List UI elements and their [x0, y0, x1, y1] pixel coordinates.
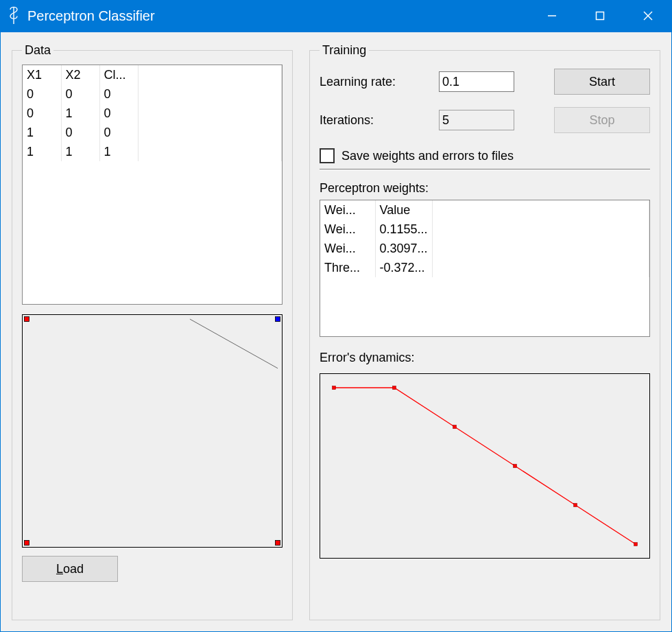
iterations-input[interactable]: [439, 110, 514, 130]
save-checkbox[interactable]: [320, 148, 335, 163]
maximize-button[interactable]: [576, 0, 624, 32]
col-x1[interactable]: X1: [23, 65, 61, 84]
svg-rect-5: [24, 541, 29, 546]
app-window: Perceptron Classifier Data X1 X2: [0, 0, 672, 632]
load-button-label: Load: [56, 562, 84, 576]
app-icon: [0, 6, 27, 25]
weights-col-name[interactable]: Wei...: [320, 200, 375, 220]
table-row[interactable]: 111: [23, 142, 282, 161]
col-class[interactable]: Cl...: [99, 65, 138, 84]
svg-rect-8: [276, 317, 280, 322]
load-button[interactable]: Load: [22, 556, 118, 582]
table-row[interactable]: Wei...0.3097...: [320, 239, 649, 258]
save-checkbox-label: Save weights and errors to files: [341, 149, 514, 163]
titlebar[interactable]: Perceptron Classifier: [0, 0, 672, 32]
svg-rect-12: [514, 465, 517, 468]
stop-button-label: Stop: [589, 113, 614, 128]
separator: [320, 169, 650, 170]
client-area: Data X1 X2 Cl... 000010100111: [0, 32, 672, 632]
svg-rect-6: [24, 317, 29, 322]
error-label: Error's dynamics:: [320, 351, 650, 365]
training-group: Training Learning rate: Start Iterations…: [309, 43, 660, 620]
table-row[interactable]: Thre...-0.372...: [320, 258, 649, 277]
window-title: Perceptron Classifier: [27, 8, 528, 24]
table-row[interactable]: 100: [23, 123, 282, 142]
table-row[interactable]: Wei...0.1155...: [320, 220, 649, 239]
learning-rate-label: Learning rate:: [320, 75, 429, 89]
weights-label: Perceptron weights:: [320, 181, 650, 196]
svg-rect-13: [574, 504, 577, 507]
svg-rect-1: [597, 12, 604, 20]
svg-rect-7: [276, 541, 280, 546]
svg-rect-11: [453, 425, 457, 429]
table-row[interactable]: 010: [23, 104, 282, 123]
svg-rect-10: [393, 386, 396, 390]
start-button[interactable]: Start: [554, 69, 650, 95]
data-header-row: X1 X2 Cl...: [23, 65, 282, 84]
scatter-plot: [22, 314, 283, 548]
data-grid[interactable]: X1 X2 Cl... 000010100111: [22, 65, 283, 305]
weights-col-value[interactable]: Value: [375, 200, 432, 220]
svg-line-4: [190, 319, 278, 368]
start-button-label: Start: [589, 75, 615, 89]
error-plot: [320, 373, 650, 559]
close-button[interactable]: [624, 0, 672, 32]
iterations-label: Iterations:: [320, 113, 429, 128]
learning-rate-input[interactable]: [439, 71, 514, 92]
data-legend: Data: [22, 43, 53, 58]
svg-rect-9: [333, 386, 336, 390]
table-row[interactable]: 000: [23, 84, 282, 104]
weights-grid[interactable]: Wei... Value Wei...0.1155...Wei...0.3097…: [320, 200, 650, 337]
svg-rect-14: [634, 543, 638, 546]
training-legend: Training: [320, 43, 369, 58]
data-group: Data X1 X2 Cl... 000010100111: [12, 43, 293, 620]
minimize-button[interactable]: [528, 0, 576, 32]
stop-button: Stop: [554, 107, 650, 133]
col-x2[interactable]: X2: [61, 65, 99, 84]
